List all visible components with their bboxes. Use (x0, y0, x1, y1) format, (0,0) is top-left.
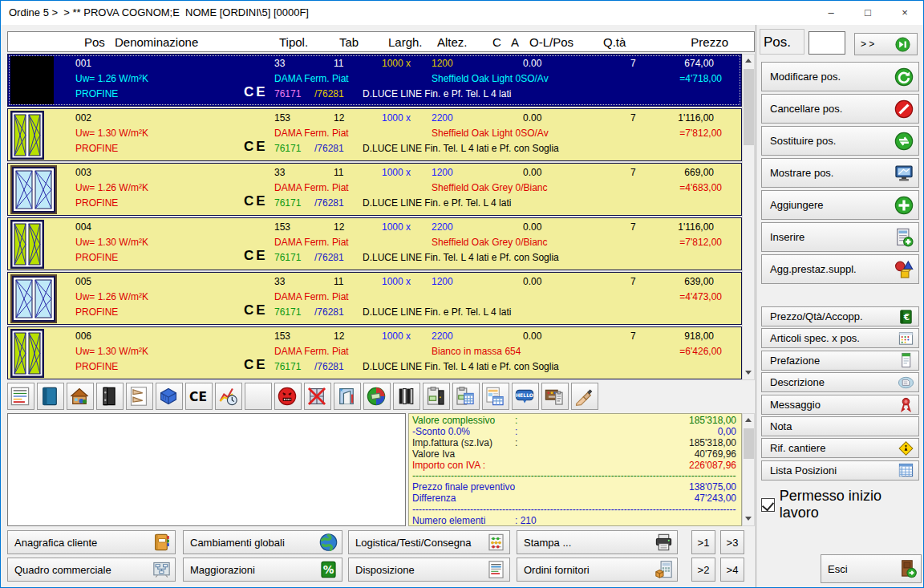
scroll-down-icon[interactable] (743, 367, 754, 379)
stampa-button[interactable]: Stampa ... (517, 530, 678, 554)
container-toolbar-button[interactable] (156, 383, 183, 410)
cell-pos: 006 (75, 330, 91, 342)
close-button[interactable]: × (886, 1, 923, 25)
cell-art2: /76281 (314, 88, 344, 99)
ordini-fornitori-button[interactable]: Ordini fornitori (517, 558, 678, 582)
maggiorazioni-button[interactable]: Maggiorazioni% (183, 558, 342, 582)
rif-cantiere-button[interactable]: Rif. cantiere (761, 438, 919, 458)
list-scrollbar[interactable] (742, 54, 755, 380)
minimize-button[interactable]: – (813, 1, 849, 25)
prezzo-qt-accopp-button[interactable]: Prezzo/Qtà/Accopp.€ (761, 306, 919, 326)
svg-text:CE: CE (189, 390, 207, 404)
cliptable-toolbar-button[interactable] (452, 383, 480, 410)
profiles-toolbar-button[interactable] (393, 383, 420, 410)
logistica-testi-consegna-button[interactable]: Logistica/Testi/Consegna (348, 530, 510, 554)
cell-finish: Bianco in massa 654 (432, 346, 521, 357)
tablegrid-icon (898, 462, 914, 479)
descrizione-button[interactable]: Descrizione (761, 372, 919, 392)
shapes3d-icon (894, 259, 914, 280)
cambiamenti-globali-button[interactable]: Cambiamenti globali (183, 530, 342, 554)
position-row-005[interactable]: 00533111000 x12000.007639,00Uw= 1.26 W/m… (7, 272, 742, 325)
summary-value: 185'318,00 (689, 438, 736, 449)
climate-toolbar-button[interactable]: * (334, 383, 361, 410)
disposizione-button[interactable]: Disposizione (348, 558, 510, 582)
nowindow-toolbar-button[interactable] (304, 383, 331, 410)
summary-label: Imp.fattura (sz.Iva) (412, 438, 515, 449)
ce-mark: CE (244, 84, 268, 100)
penhand-toolbar-button[interactable] (571, 383, 598, 410)
quadro-commerciale-button[interactable]: Quadro commerciale (7, 558, 176, 582)
report-toolbar-button[interactable] (7, 383, 34, 410)
summary-line: Prezzo finale preventivo138'075,00 (412, 482, 736, 493)
prefazione-button[interactable]: Prefazione (761, 351, 919, 371)
modificare-pos-button[interactable]: Modificare pos. (761, 62, 919, 91)
position-row-001[interactable]: 00133111000 x12000.007674,00Uw= 1.26 W/m… (7, 54, 742, 107)
scrollbar-thumb[interactable] (744, 428, 754, 459)
cell-art1: 76171 (274, 197, 301, 209)
binder-toolbar-button[interactable] (96, 383, 124, 410)
scrollbar-thumb[interactable] (744, 69, 754, 145)
ce-mark: CE (244, 139, 268, 155)
inserire-button[interactable]: Inserire (761, 222, 919, 252)
sostituire-pos-button[interactable]: Sostituire pos. (761, 126, 919, 156)
chartclock-toolbar-button[interactable] (215, 383, 242, 410)
articoli-spec-x-pos-button[interactable]: Articoli spec. x pos. (761, 328, 919, 348)
window-drawing-icon (10, 165, 57, 217)
messaggio-button[interactable]: Messaggio (761, 395, 919, 415)
swap-icon (894, 131, 914, 152)
nav-2-button[interactable]: >2 (691, 558, 715, 582)
button-label: Stampa ... (524, 537, 571, 549)
position-row-006[interactable]: 006153121000 x22000.007918,00Uw= 1.30 W/… (7, 326, 742, 379)
cell-totale: =6'426,00 (679, 346, 722, 357)
cell-altez: 2200 (432, 221, 453, 233)
ce-toolbar-button[interactable]: CE (185, 383, 213, 410)
column-header-altez: Altez. (437, 35, 468, 49)
cell-altez: 1200 (432, 58, 453, 69)
lista-posizioni-button[interactable]: Lista Posizioni (761, 460, 919, 481)
summary-line: Differenza47'243,00 (412, 493, 736, 505)
totals-scrollbar[interactable] (742, 413, 755, 526)
position-row-002[interactable]: 002153121000 x22000.0071'116,00Uw= 1.30 … (7, 108, 742, 161)
scroll-up-icon[interactable] (743, 55, 754, 67)
nav-3-button[interactable]: >3 (720, 530, 744, 554)
nota-button[interactable]: Nota (761, 416, 919, 436)
house-toolbar-button[interactable] (67, 383, 94, 410)
blank-toolbar-button[interactable] (245, 383, 272, 410)
cell-brand: PROFINE (75, 143, 118, 154)
button-label: Anagrafica cliente (14, 537, 97, 549)
esci-button[interactable]: Esci (821, 554, 922, 583)
summary-label: Valore Iva (412, 449, 515, 460)
cell-prezzo: 1'116,00 (678, 221, 714, 233)
cell-pos: 001 (75, 58, 91, 69)
permesso-checkbox[interactable]: Permesso inizio lavoro (761, 488, 923, 521)
go-to-position-button[interactable]: > > (854, 33, 918, 55)
printer-icon (654, 533, 674, 553)
pos-input[interactable] (808, 31, 845, 55)
mostrare-pos-button[interactable]: Mostrare pos. (761, 158, 919, 188)
clipmoneydoor-toolbar-button[interactable] (423, 383, 450, 410)
drawings-toolbar-button[interactable] (126, 383, 153, 410)
cell-prezzo: 639,00 (684, 276, 714, 287)
scroll-down-icon[interactable] (743, 513, 754, 525)
button-label: Lista Posizioni (770, 464, 837, 476)
agg-prestaz-suppl-button[interactable]: Agg.prestaz.suppl. (761, 254, 919, 284)
cancellare-pos-button[interactable]: Cancellare pos. (761, 94, 919, 124)
checkbox-icon[interactable] (761, 498, 775, 512)
button-label: Maggiorazioni (190, 564, 255, 576)
maximize-button[interactable]: □ (849, 1, 886, 25)
doctable-toolbar-button[interactable] (482, 383, 509, 410)
scroll-up-icon[interactable] (743, 414, 754, 427)
cell-totale: =7'812,00 (679, 237, 722, 248)
paletteclip-toolbar-button[interactable] (541, 383, 569, 410)
position-row-004[interactable]: 004153121000 x22000.0071'116,00Uw= 1.30 … (7, 217, 742, 270)
angry-toolbar-button[interactable] (274, 383, 302, 410)
aggiungere-button[interactable]: Aggiungere (761, 190, 919, 220)
anagrafica-cliente-button[interactable]: Anagrafica cliente (7, 530, 176, 554)
piemoney-toolbar-button[interactable] (363, 383, 391, 410)
button-label: Inserire (770, 231, 804, 243)
nav-4-button[interactable]: >4 (720, 558, 744, 582)
position-row-003[interactable]: 00333111000 x12000.007669,00Uw= 1.26 W/m… (7, 163, 742, 216)
hello-toolbar-button[interactable]: HELLO (512, 383, 539, 410)
bluebook-toolbar-button[interactable] (37, 383, 64, 410)
nav-1-button[interactable]: >1 (691, 530, 715, 554)
